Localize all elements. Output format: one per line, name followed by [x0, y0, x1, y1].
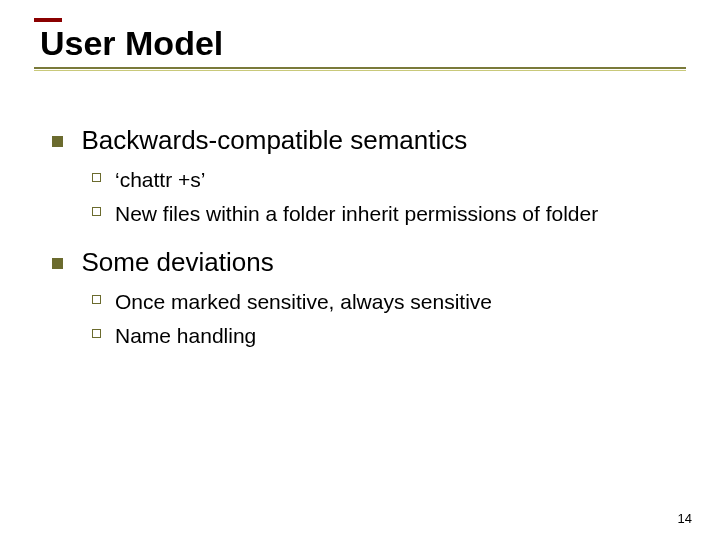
sub-list-item-text: ‘chattr +s’: [115, 166, 205, 194]
square-bullet-icon: [52, 258, 63, 269]
sub-list-item: New files within a folder inherit permis…: [92, 200, 686, 228]
page-number: 14: [678, 511, 692, 526]
sub-list-item: Name handling: [92, 322, 686, 350]
list-item: Backwards-compatible semantics ‘chattr +…: [52, 125, 686, 229]
open-square-bullet-icon: [92, 295, 101, 304]
title-accent-tab: [34, 18, 62, 22]
sub-list-item: ‘chattr +s’: [92, 166, 686, 194]
slide-title: User Model: [34, 18, 686, 73]
title-block: User Model: [34, 18, 686, 71]
sub-list-item-text: New files within a folder inherit permis…: [115, 200, 598, 228]
sub-list-item-text: Name handling: [115, 322, 256, 350]
content-area: Backwards-compatible semantics ‘chattr +…: [34, 99, 686, 350]
open-square-bullet-icon: [92, 207, 101, 216]
list-item: Some deviations Once marked sensitive, a…: [52, 247, 686, 351]
sub-list-item: Once marked sensitive, always sensitive: [92, 288, 686, 316]
sub-list-item-text: Once marked sensitive, always sensitive: [115, 288, 492, 316]
title-rule-inner: [34, 70, 686, 71]
bullet-list: Backwards-compatible semantics ‘chattr +…: [34, 125, 686, 350]
slide: User Model Backwards-compatible semantic…: [0, 0, 720, 540]
open-square-bullet-icon: [92, 329, 101, 338]
square-bullet-icon: [52, 136, 63, 147]
sub-list: ‘chattr +s’ New files within a folder in…: [52, 166, 686, 229]
sub-list: Once marked sensitive, always sensitive …: [52, 288, 686, 351]
list-item-text: Some deviations: [81, 247, 273, 277]
open-square-bullet-icon: [92, 173, 101, 182]
title-rule-outer: [34, 67, 686, 69]
list-item-text: Backwards-compatible semantics: [81, 125, 467, 155]
